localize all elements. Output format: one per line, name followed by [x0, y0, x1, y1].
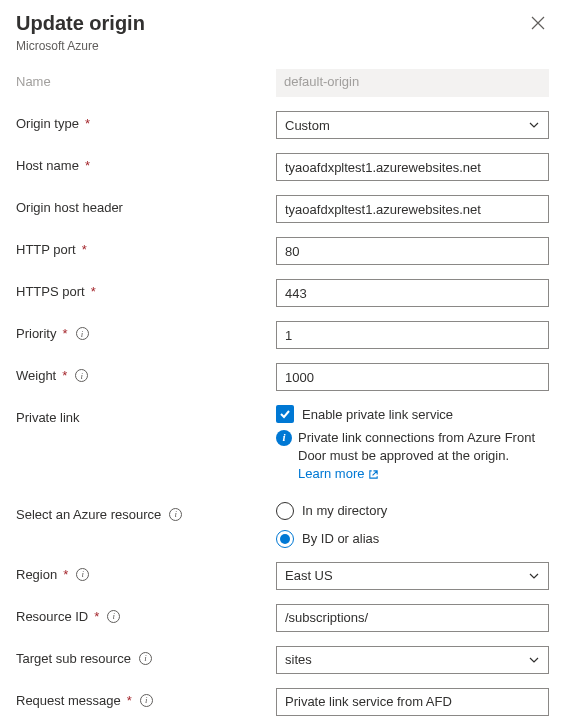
private-link-info-text: Private link connections from Azure Fron… — [298, 429, 549, 484]
https-port-input[interactable] — [276, 279, 549, 307]
resource-id-input[interactable] — [276, 604, 549, 632]
host-name-label: Host name* — [16, 153, 276, 173]
weight-label: Weight* i — [16, 363, 276, 383]
radio-by-id-or-alias[interactable]: By ID or alias — [276, 530, 549, 548]
region-select[interactable]: East US — [276, 562, 549, 590]
chevron-down-icon — [528, 654, 540, 666]
target-sub-resource-label: Target sub resource i — [16, 646, 276, 666]
region-label: Region* i — [16, 562, 276, 582]
http-port-input[interactable] — [276, 237, 549, 265]
target-sub-resource-select[interactable]: sites — [276, 646, 549, 674]
resource-id-label: Resource ID* i — [16, 604, 276, 624]
info-icon[interactable]: i — [76, 327, 89, 340]
info-icon[interactable]: i — [76, 568, 89, 581]
weight-input[interactable] — [276, 363, 549, 391]
external-link-icon — [368, 469, 379, 480]
chevron-down-icon — [528, 119, 540, 131]
name-field: default-origin — [276, 69, 549, 97]
private-link-label: Private link — [16, 405, 276, 425]
enable-private-link-checkbox[interactable] — [276, 405, 294, 423]
page-subtitle: Microsoft Azure — [16, 39, 549, 53]
http-port-label: HTTP port* — [16, 237, 276, 257]
info-icon[interactable]: i — [140, 694, 153, 707]
request-message-input[interactable] — [276, 688, 549, 716]
host-name-input[interactable] — [276, 153, 549, 181]
radio-icon — [276, 530, 294, 548]
check-icon — [279, 408, 291, 420]
priority-label: Priority* i — [16, 321, 276, 341]
page-title: Update origin — [16, 12, 145, 35]
close-icon — [531, 16, 545, 30]
info-icon[interactable]: i — [75, 369, 88, 382]
request-message-label: Request message* i — [16, 688, 276, 708]
origin-host-header-label: Origin host header — [16, 195, 276, 215]
info-icon[interactable]: i — [139, 652, 152, 665]
priority-input[interactable] — [276, 321, 549, 349]
origin-host-header-input[interactable] — [276, 195, 549, 223]
radio-icon — [276, 502, 294, 520]
https-port-label: HTTPS port* — [16, 279, 276, 299]
close-button[interactable] — [527, 12, 549, 37]
select-resource-label: Select an Azure resource i — [16, 502, 276, 522]
info-icon: i — [276, 430, 292, 446]
info-icon[interactable]: i — [169, 508, 182, 521]
radio-in-my-directory[interactable]: In my directory — [276, 502, 549, 520]
learn-more-link[interactable]: Learn more — [298, 465, 379, 483]
enable-private-link-label: Enable private link service — [302, 407, 453, 422]
name-label: Name — [16, 69, 276, 89]
info-icon[interactable]: i — [107, 610, 120, 623]
origin-type-select[interactable]: Custom — [276, 111, 549, 139]
origin-type-label: Origin type* — [16, 111, 276, 131]
chevron-down-icon — [528, 570, 540, 582]
